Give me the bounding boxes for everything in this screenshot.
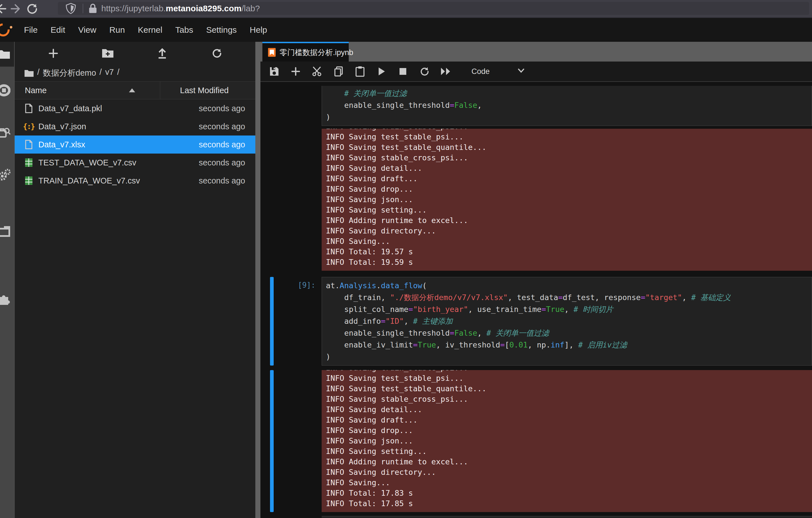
file-modified: seconds ago <box>199 122 245 131</box>
menu-item-edit[interactable]: Edit <box>44 18 72 42</box>
fastforward-button[interactable] <box>439 65 452 78</box>
cell-prompt <box>274 129 322 271</box>
column-header-modified[interactable]: Last Modified <box>160 82 255 99</box>
cell-collapser[interactable] <box>270 370 274 512</box>
log-line: INFO Saving detail... <box>326 163 812 173</box>
browser-back-icon[interactable] <box>0 1 8 17</box>
file-row[interactable]: TEST_DATA_WOE_v7.csvseconds ago <box>15 154 255 172</box>
file-row[interactable]: {:}Data_v7.jsonseconds ago <box>15 117 255 136</box>
file-modified: seconds ago <box>199 158 245 167</box>
log-line: INFO Saving stable_cross_psi... <box>326 153 812 163</box>
sidebar-item-tabs[interactable] <box>0 226 10 237</box>
log-line: INFO Saving detail... <box>326 404 812 415</box>
code-editor[interactable]: at.Analysis.data_flow( df_train, "./数据分析… <box>322 277 812 365</box>
file-name: Data_v7.xlsx <box>38 140 85 149</box>
sidebar-item-gears[interactable] <box>0 169 10 181</box>
sidebar-item-inspector[interactable] <box>0 127 10 138</box>
cell-collapser[interactable] <box>270 277 274 365</box>
home-folder-icon[interactable] <box>24 69 34 77</box>
cell-prompt: [9]: <box>274 277 322 365</box>
browser-reload-icon[interactable] <box>24 1 40 17</box>
menu-item-run[interactable]: Run <box>103 18 132 42</box>
file-browser-panel: /数据分析demo/v7/ Name Last Modified Data_v7… <box>14 42 255 518</box>
sidebar-item-running-sessions[interactable] <box>0 85 10 96</box>
log-line: INFO Saving json... <box>326 436 812 446</box>
next-cell-edge <box>322 516 812 518</box>
tracking-shield-icon[interactable] <box>63 1 79 17</box>
log-line: INFO Saving test_stable_psi... <box>326 132 812 142</box>
url-text[interactable]: https://jupyterlab.metanoia8295.com/lab? <box>101 4 260 13</box>
cell-collapser[interactable] <box>270 86 274 126</box>
breadcrumb-item[interactable]: 数据分析demo <box>43 67 96 79</box>
menu-item-view[interactable]: View <box>72 18 103 42</box>
restart-button[interactable] <box>418 65 431 78</box>
new-launcher-button[interactable] <box>45 45 62 62</box>
notebook-cells: # 关闭单一值过滤 enable_single_threshold=False,… <box>260 82 812 518</box>
file-modified: seconds ago <box>199 140 245 149</box>
new-folder-button[interactable] <box>99 45 116 62</box>
upload-button[interactable] <box>154 45 171 62</box>
stderr-output: INFO Saving train_stable_psi...INFO Savi… <box>322 129 812 271</box>
breadcrumb-separator: / <box>99 67 102 79</box>
menu-item-kernel[interactable]: Kernel <box>132 18 169 42</box>
copy-icon <box>334 66 343 77</box>
log-line: INFO Total: 17.83 s <box>326 488 812 498</box>
run-button[interactable] <box>375 65 388 78</box>
panel-splitter[interactable] <box>255 42 260 518</box>
paste-icon <box>355 66 365 77</box>
refresh-button[interactable] <box>208 45 225 62</box>
cell-collapser[interactable] <box>270 129 274 271</box>
notebook-toolbar: Code <box>260 61 812 82</box>
stop-button[interactable] <box>397 65 409 78</box>
add-button[interactable] <box>289 65 302 78</box>
workspace: /数据分析demo/v7/ Name Last Modified Data_v7… <box>0 42 812 518</box>
cell-prompt <box>274 370 322 512</box>
url-bar[interactable]: https://jupyterlab.metanoia8295.com/lab? <box>58 2 809 15</box>
clipped-log-line: INFO Saving train_stable_psi... <box>326 370 812 373</box>
code-cell: # 关闭单一值过滤 enable_single_threshold=False,… <box>260 86 812 126</box>
breadcrumb: /数据分析demo/v7/ <box>15 65 255 81</box>
browser-forward-icon[interactable] <box>8 1 24 17</box>
log-line: INFO Saving setting... <box>326 446 812 457</box>
lock-icon[interactable] <box>87 1 98 17</box>
file-row[interactable]: Data_v7.xlsxseconds ago <box>15 136 255 154</box>
save-icon <box>269 66 279 76</box>
log-line: INFO Saving... <box>326 236 812 246</box>
log-line: INFO Saving test_stable_quantile... <box>326 142 812 153</box>
file-name: Data_v7.json <box>38 122 86 131</box>
cut-button[interactable] <box>311 65 324 78</box>
log-line: INFO Total: 17.85 s <box>326 498 812 509</box>
file-modified: seconds ago <box>199 104 245 113</box>
column-header-name[interactable]: Name <box>15 86 160 95</box>
folder-icon <box>0 49 10 60</box>
log-line: INFO Saving setting... <box>326 205 812 215</box>
chevron-down-icon[interactable] <box>517 68 525 75</box>
breadcrumb-item[interactable]: v7 <box>105 67 114 79</box>
sidebar-item-filebrowser[interactable] <box>0 42 14 66</box>
tab-bar: 零门槛数据分析.ipynb <box>260 42 812 61</box>
copy-button[interactable] <box>332 65 345 78</box>
file-name: Data_v7_data.pkl <box>38 104 102 113</box>
file-file-icon <box>24 139 33 149</box>
paste-button[interactable] <box>353 65 367 78</box>
extensions-icon <box>0 293 10 305</box>
file-row[interactable]: Data_v7_data.pklseconds ago <box>15 99 255 117</box>
sidebar-item-extensions[interactable] <box>0 294 10 305</box>
refresh-icon <box>211 48 222 59</box>
notebook-tab[interactable]: 零门槛数据分析.ipynb <box>262 42 349 61</box>
log-line: INFO Saving draft... <box>326 173 812 184</box>
breadcrumb-separator: / <box>117 67 119 79</box>
jupyter-logo-icon <box>0 21 12 39</box>
cell-prompt <box>274 86 322 126</box>
cell-type-dropdown[interactable]: Code <box>471 67 490 76</box>
file-browser-toolbar <box>15 42 255 65</box>
menu-item-file[interactable]: File <box>18 18 44 42</box>
log-line: INFO Saving directory... <box>326 225 812 236</box>
menu-item-help[interactable]: Help <box>243 18 274 42</box>
code-editor[interactable]: # 关闭单一值过滤 enable_single_threshold=False,… <box>322 86 812 126</box>
menu-item-tabs[interactable]: Tabs <box>169 18 200 42</box>
running-sessions-icon <box>0 84 10 97</box>
file-row[interactable]: TRAIN_DATA_WOE_v7.csvseconds ago <box>15 172 255 190</box>
menu-item-settings[interactable]: Settings <box>200 18 243 42</box>
save-button[interactable] <box>268 65 281 78</box>
